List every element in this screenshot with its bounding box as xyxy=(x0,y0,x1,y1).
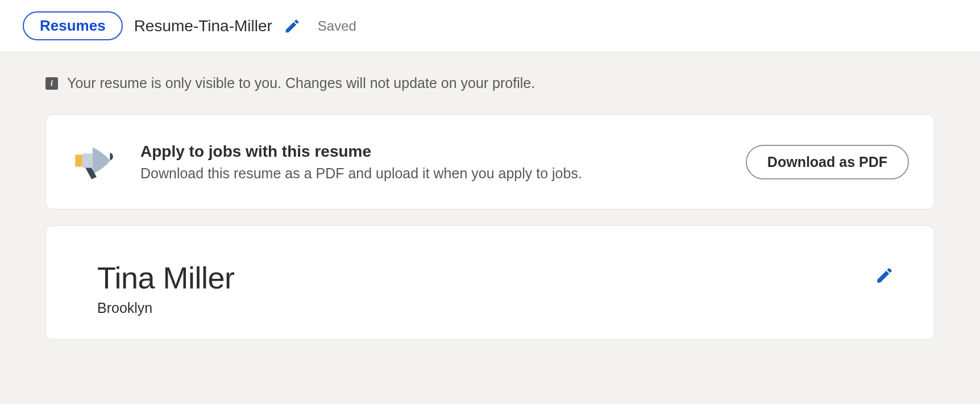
info-banner-text: Your resume is only visible to you. Chan… xyxy=(67,75,535,91)
info-icon: i xyxy=(45,77,58,90)
apply-card-title: Apply to jobs with this resume xyxy=(140,143,728,161)
svg-rect-0 xyxy=(75,154,82,167)
profile-location: Brooklyn xyxy=(97,300,235,316)
resume-title: Resume-Tina-Miller xyxy=(134,17,272,35)
profile-card: Tina Miller Brooklyn xyxy=(45,225,935,340)
info-banner: i Your resume is only visible to you. Ch… xyxy=(45,75,935,91)
apply-card-subtitle: Download this resume as a PDF and upload… xyxy=(140,165,728,182)
pencil-icon xyxy=(875,266,894,285)
apply-card: Apply to jobs with this resume Download … xyxy=(45,114,935,210)
profile-name: Tina Miller xyxy=(97,260,235,295)
megaphone-icon xyxy=(71,135,122,189)
saved-status: Saved xyxy=(318,18,356,34)
resumes-nav-button[interactable]: Resumes xyxy=(23,11,123,40)
pencil-icon xyxy=(284,18,301,35)
profile-info: Tina Miller Brooklyn xyxy=(97,260,235,316)
apply-text-block: Apply to jobs with this resume Download … xyxy=(140,143,728,182)
download-pdf-button[interactable]: Download as PDF xyxy=(746,145,909,179)
header-bar: Resumes Resume-Tina-Miller Saved xyxy=(0,0,980,52)
edit-title-button[interactable] xyxy=(284,18,301,35)
content-area: i Your resume is only visible to you. Ch… xyxy=(0,52,980,404)
edit-profile-button[interactable] xyxy=(875,266,894,287)
